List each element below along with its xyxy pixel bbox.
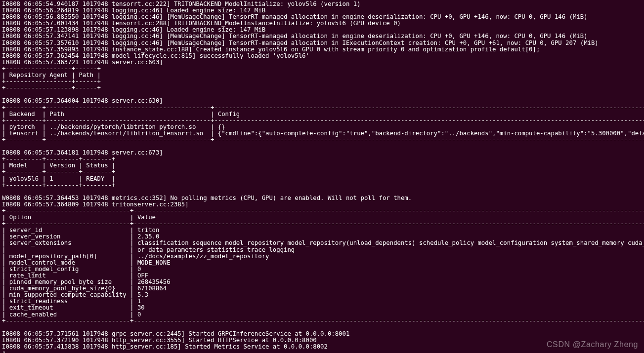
terminal-lines: I0808 06:05:54.940187 1017948 tensorrt.c… (2, 1, 642, 353)
terminal-output[interactable]: I0808 06:05:54.940187 1017948 tensorrt.c… (0, 0, 644, 353)
